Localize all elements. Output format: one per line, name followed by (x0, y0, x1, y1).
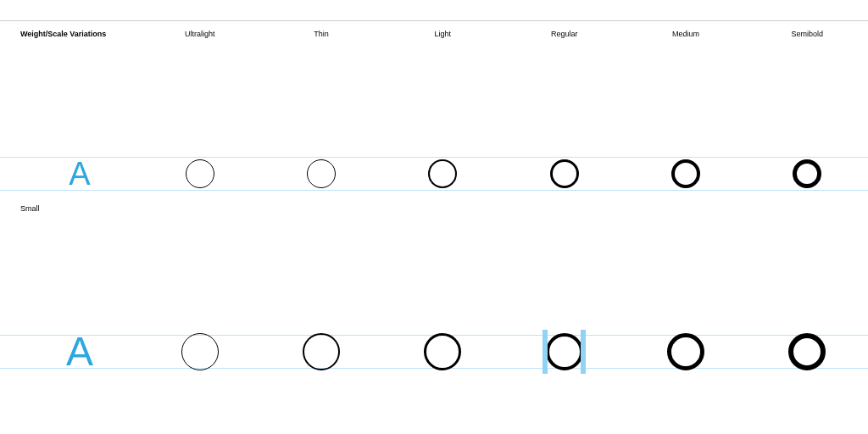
circle-icon (550, 159, 579, 188)
selection-bar (542, 330, 548, 374)
circle-icon (424, 333, 461, 370)
symbol-cell[interactable] (260, 333, 381, 370)
selection-bar (581, 330, 586, 374)
col-head-light: Light (382, 30, 504, 38)
symbol-cell[interactable] (139, 333, 260, 370)
header-row: Weight/Scale Variations Ultralight Thin … (0, 21, 868, 38)
symbol-cell[interactable] (382, 333, 504, 370)
symbol-cell[interactable] (504, 333, 625, 370)
circle-icon (788, 333, 826, 370)
col-head-ultralight: Ultralight (139, 30, 260, 38)
symbol-cell[interactable] (625, 333, 746, 370)
symbol-cell[interactable] (625, 159, 746, 188)
row-label-small: Small (20, 204, 40, 213)
reference-glyph: A (20, 331, 139, 372)
symbol-cell[interactable] (747, 159, 868, 188)
scale-row-small: A Small (0, 148, 868, 199)
col-head-regular: Regular (504, 30, 625, 38)
circle-icon (793, 159, 821, 188)
circle-icon (181, 333, 219, 370)
col-head-thin: Thin (260, 30, 381, 38)
circle-icon (667, 333, 704, 370)
col-head-medium: Medium (625, 30, 746, 38)
selection-indicator (504, 333, 625, 370)
col-head-semibold: Semibold (747, 30, 868, 38)
header-title: Weight/Scale Variations (20, 30, 139, 38)
symbol-cell[interactable] (504, 159, 625, 188)
circle-icon (671, 159, 700, 188)
symbol-cell[interactable] (382, 159, 504, 188)
circle-icon (186, 159, 214, 188)
circle-icon (303, 333, 340, 370)
reference-glyph: A (20, 158, 139, 190)
symbol-cell[interactable] (139, 159, 260, 188)
scale-row-medium: A Medium (0, 326, 868, 377)
circle-icon (428, 159, 457, 188)
circle-icon (307, 159, 336, 188)
symbol-cell[interactable] (260, 159, 381, 188)
symbol-cell[interactable] (747, 333, 868, 370)
circle-icon (546, 333, 583, 370)
